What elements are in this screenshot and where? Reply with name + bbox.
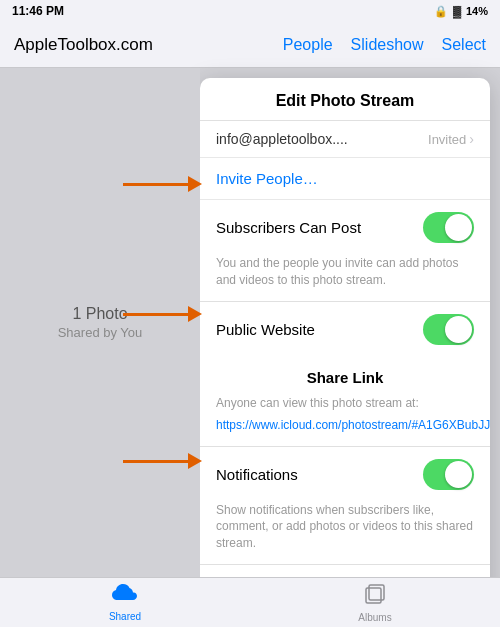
tab-shared-label: Shared [109,611,141,622]
popup: Edit Photo Stream info@appletoolbox.... … [200,78,490,611]
invited-row[interactable]: info@appletoolbox.... Invited › [200,121,490,158]
arrow-public-website [123,306,202,322]
notifications-section: Notifications Show notifications when su… [200,447,490,565]
battery-percent: 14% [466,5,488,17]
shared-icon [111,584,139,608]
nav-bar: AppleToolbox.com People Slideshow Select [0,22,500,68]
notifications-description: Show notifications when subscribers like… [200,502,490,564]
tab-albums-label: Albums [358,612,391,623]
slideshow-button[interactable]: Slideshow [351,36,424,54]
people-button[interactable]: People [283,36,333,54]
public-website-toggle[interactable] [423,314,474,345]
subscribers-description: You and the people you invite can add ph… [200,255,490,301]
notifications-label: Notifications [216,466,298,483]
public-website-section: Public Website Share Link Anyone can vie… [200,302,490,447]
photo-count: 1 Photo [72,305,127,323]
share-link-description: Anyone can view this photo stream at: [200,392,490,414]
invite-people-link[interactable]: Invite People… [200,158,490,200]
status-time: 11:46 PM [12,4,64,18]
status-right: 🔒 ▓ 14% [434,5,488,18]
notifications-toggle-row: Notifications [200,447,490,502]
subscribers-section: Subscribers Can Post You and the people … [200,200,490,302]
nav-title: AppleToolbox.com [14,35,153,55]
left-panel: 1 Photo Shared by You [0,68,200,577]
nav-right: People Slideshow Select [283,36,486,54]
lock-icon: 🔒 [434,5,448,18]
photo-sub: Shared by You [58,325,143,340]
tab-albums[interactable]: Albums [250,583,500,623]
share-link-title: Share Link [200,357,490,392]
notifications-toggle[interactable] [423,459,474,490]
subscribers-label: Subscribers Can Post [216,219,361,236]
battery-icon: ▓ [453,5,461,17]
arrow-invite [123,176,202,192]
popup-header: Edit Photo Stream [200,78,490,121]
toggle-knob-3 [445,461,472,488]
public-website-toggle-row: Public Website [200,302,490,357]
status-bar: 11:46 PM 🔒 ▓ 14% [0,0,500,22]
albums-icon [364,583,386,609]
tab-bar: Shared Albums [0,577,500,627]
subscribers-toggle-row: Subscribers Can Post [200,200,490,255]
tab-shared[interactable]: Shared [0,584,250,622]
invited-email: info@appletoolbox.... [216,131,348,147]
arrow-notifications [123,453,202,469]
subscribers-toggle[interactable] [423,212,474,243]
toggle-knob-2 [445,316,472,343]
invited-status: Invited › [428,131,474,147]
chevron-icon: › [469,131,474,147]
toggle-knob [445,214,472,241]
main-area: 1 Photo Shared by You Edit Photo Stream … [0,68,500,577]
public-website-label: Public Website [216,321,315,338]
share-link-url[interactable]: https://www.icloud.com/photostream/#A1G6… [200,414,490,446]
select-button[interactable]: Select [442,36,486,54]
